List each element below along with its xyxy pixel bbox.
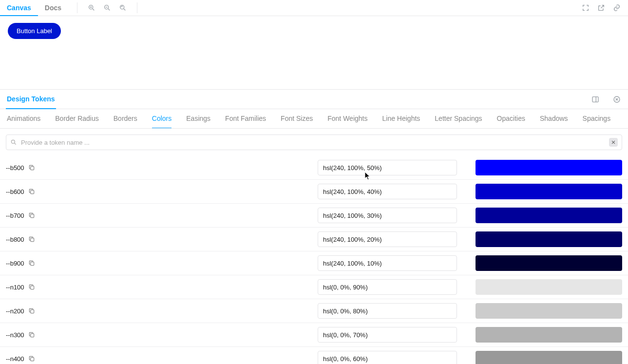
cat-line-heights[interactable]: Line Heights [382, 110, 420, 129]
token-row: --b500 [0, 156, 628, 180]
copy-icon[interactable] [28, 355, 35, 362]
separator [77, 2, 77, 13]
sample-button[interactable]: Button Label [8, 23, 61, 39]
design-tokens-panel: Design Tokens Animations Border Radius B… [0, 89, 628, 364]
svg-line-8 [124, 9, 125, 10]
token-swatch-cell [464, 208, 622, 223]
cat-letter-spacings[interactable]: Letter Spacings [435, 110, 482, 129]
token-row: --n200 [0, 299, 628, 323]
token-value-cell [318, 303, 464, 319]
svg-line-5 [108, 9, 110, 10]
token-value-cell [318, 279, 464, 295]
color-swatch[interactable] [476, 208, 622, 223]
cat-colors[interactable]: Colors [152, 110, 171, 129]
search-input[interactable] [17, 139, 609, 146]
token-value-input[interactable] [318, 255, 457, 271]
svg-point-7 [120, 5, 124, 9]
panel-actions [590, 94, 622, 105]
token-list: --b500--b600--b700--b800--b900--n100--n2… [0, 156, 628, 364]
svg-rect-22 [30, 262, 34, 266]
svg-rect-25 [30, 334, 34, 337]
tab-docs[interactable]: Docs [38, 0, 68, 16]
zoom-reset-icon[interactable] [117, 2, 128, 13]
token-name-cell: --n200 [6, 307, 318, 315]
token-value-cell [318, 208, 464, 223]
cat-spacings[interactable]: Spacings [583, 110, 611, 129]
token-value-input[interactable] [318, 351, 457, 364]
token-swatch-cell [464, 279, 622, 295]
token-name: --n100 [6, 284, 24, 291]
panel-close-icon[interactable] [611, 94, 622, 105]
separator [137, 2, 137, 13]
token-value-input[interactable] [318, 303, 457, 319]
cat-font-families[interactable]: Font Families [225, 110, 266, 129]
copy-icon[interactable] [28, 212, 35, 219]
search-row [0, 129, 628, 156]
zoom-in-icon[interactable] [86, 2, 97, 13]
token-value-input[interactable] [318, 184, 457, 199]
cat-shadows[interactable]: Shadows [540, 110, 568, 129]
copy-icon[interactable] [28, 188, 35, 195]
color-swatch[interactable] [476, 303, 622, 319]
copy-icon[interactable] [28, 284, 35, 290]
color-swatch[interactable] [476, 184, 622, 199]
cat-border-radius[interactable]: Border Radius [55, 110, 99, 129]
color-swatch[interactable] [476, 255, 622, 271]
open-external-icon[interactable] [596, 2, 607, 13]
token-swatch-cell [464, 255, 622, 271]
token-value-input[interactable] [318, 208, 457, 223]
token-row: --b700 [0, 204, 628, 228]
token-value-cell [318, 351, 464, 364]
token-row: --b800 [0, 228, 628, 251]
top-bar: Canvas Docs [0, 0, 628, 16]
token-name-cell: --b600 [6, 188, 318, 195]
copy-icon[interactable] [28, 260, 35, 267]
token-name: --b600 [6, 188, 24, 195]
token-value-cell [318, 160, 464, 175]
token-name-cell: --n300 [6, 331, 318, 339]
svg-rect-9 [592, 96, 598, 102]
token-name: --n400 [6, 355, 24, 363]
svg-rect-19 [30, 191, 34, 194]
copy-icon[interactable] [28, 331, 35, 338]
category-tabs: Animations Border Radius Borders Colors … [0, 109, 628, 129]
clear-search-icon[interactable] [609, 138, 618, 147]
cat-font-weights[interactable]: Font Weights [327, 110, 367, 129]
svg-rect-21 [30, 238, 34, 242]
cat-opacities[interactable]: Opacities [497, 110, 525, 129]
svg-rect-26 [30, 358, 34, 361]
panel-title[interactable]: Design Tokens [6, 90, 56, 109]
link-icon[interactable] [611, 2, 622, 13]
svg-rect-23 [30, 286, 34, 289]
color-swatch[interactable] [476, 231, 622, 247]
zoom-out-icon[interactable] [102, 2, 113, 13]
copy-icon[interactable] [28, 307, 35, 314]
fullscreen-icon[interactable] [580, 2, 591, 13]
cat-borders[interactable]: Borders [114, 110, 137, 129]
svg-rect-18 [30, 167, 34, 170]
svg-point-14 [11, 140, 15, 143]
cat-animations[interactable]: Animations [7, 110, 40, 129]
copy-icon[interactable] [28, 164, 35, 171]
token-swatch-cell [464, 327, 622, 343]
token-value-cell [318, 255, 464, 271]
token-name-cell: --n100 [6, 284, 318, 291]
tab-canvas[interactable]: Canvas [0, 0, 38, 16]
token-value-input[interactable] [318, 160, 457, 175]
search-icon [10, 139, 17, 146]
view-tabs: Canvas Docs [0, 0, 68, 16]
panel-layout-icon[interactable] [590, 94, 601, 105]
cat-easings[interactable]: Easings [186, 110, 210, 129]
color-swatch[interactable] [476, 279, 622, 295]
copy-icon[interactable] [28, 236, 35, 243]
token-value-cell [318, 231, 464, 247]
token-value-input[interactable] [318, 279, 457, 295]
color-swatch[interactable] [476, 327, 622, 343]
token-value-input[interactable] [318, 327, 457, 343]
token-value-input[interactable] [318, 231, 457, 247]
token-name-cell: --n400 [6, 355, 318, 363]
token-name: --b900 [6, 260, 24, 267]
color-swatch[interactable] [476, 351, 622, 364]
cat-font-sizes[interactable]: Font Sizes [281, 110, 313, 129]
color-swatch[interactable] [476, 160, 622, 175]
